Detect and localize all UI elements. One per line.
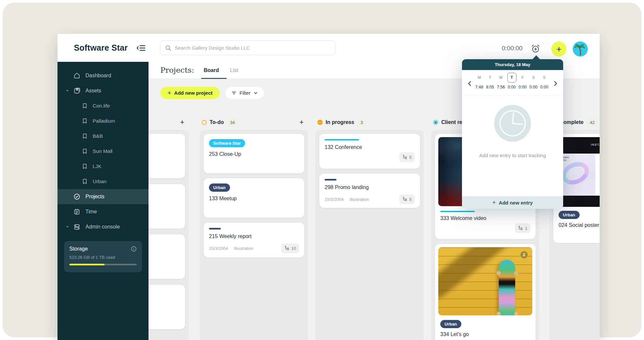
sidebar-item-conlife[interactable]: Con.life: [58, 98, 149, 113]
user-avatar[interactable]: [573, 41, 588, 57]
next-week-button[interactable]: [552, 80, 559, 87]
task-date: 15/3/2004: [325, 197, 344, 202]
project-tag: Urban: [440, 320, 461, 328]
plus-icon: +: [168, 89, 171, 97]
add-card-button[interactable]: +: [180, 118, 184, 127]
tracker-empty-text: Add new entry to start tracking: [478, 152, 547, 159]
sidebar-item-bb[interactable]: B&B: [58, 129, 149, 144]
chevron-down-icon[interactable]: [65, 89, 69, 93]
card-image-skateboard: 2: [438, 247, 532, 315]
previous-week-button[interactable]: [466, 80, 473, 87]
column-header-in-progress: In progress 3: [317, 117, 424, 128]
tab-list[interactable]: List: [230, 67, 238, 73]
task-title: 132 Conference: [325, 144, 415, 150]
column-todo: Software Star 253 Close-Up Urban 133 Mee…: [200, 130, 308, 340]
tracker-day[interactable]: T 8:05: [485, 73, 495, 89]
add-new-entry-button[interactable]: + Add new entry: [462, 196, 563, 209]
tracker-day[interactable]: S 0:00: [539, 73, 550, 89]
subtasks-badge: 1: [515, 223, 530, 233]
task-card[interactable]: 215 Weekly report 15/3/2004 Illustration…: [204, 223, 304, 257]
collapse-sidebar-icon: [136, 44, 146, 52]
tracker-day[interactable]: F 0:00: [517, 73, 528, 89]
sidebar-item-time[interactable]: Time: [58, 204, 149, 219]
time-tracker-popup: Thursday, 18 May M 7:48 T 8:05 W: [462, 59, 563, 209]
plus-icon: +: [556, 44, 561, 54]
task-date: 15/3/2004: [209, 246, 228, 251]
tracker-day-selected[interactable]: T 0:00: [506, 73, 517, 89]
subtasks-count: 5: [409, 197, 412, 202]
sidebar-item-admin-console[interactable]: Admin console: [58, 219, 149, 234]
search-input[interactable]: [175, 45, 335, 51]
skateboard-deck: [499, 260, 515, 315]
plus-icon: +: [493, 199, 496, 206]
tracker-date-header: Thursday, 18 May: [462, 59, 563, 70]
sidebar-item-projects[interactable]: Projects: [58, 189, 149, 204]
filter-button[interactable]: Filter: [225, 87, 264, 99]
top-bar: Software Star 0:00:00 +: [58, 34, 600, 62]
global-search: [160, 40, 336, 55]
time-tracker-button[interactable]: [531, 44, 540, 54]
sidebar-item-sun-mall[interactable]: Sun Mall: [58, 144, 149, 159]
sidebar-item-dashboard[interactable]: Dashboard: [58, 68, 149, 83]
task-card[interactable]: Urban 133 Meetup: [204, 178, 304, 218]
home-icon: [73, 72, 80, 79]
poster-brand-text: INSTA: [591, 143, 600, 146]
chevron-down-icon[interactable]: [65, 225, 69, 229]
clock-illustration: [493, 104, 532, 143]
sidebar-collapse-button[interactable]: [136, 44, 146, 52]
column-header-untitled: +: [149, 117, 189, 128]
empty-card[interactable]: [149, 134, 185, 178]
sidebar-item-ljk[interactable]: LJK: [58, 159, 149, 174]
task-card[interactable]: 2 Urban 334 Let's go: [435, 244, 536, 340]
tracker-day[interactable]: M 7:48: [474, 73, 485, 89]
subtasks-badge: 5: [399, 152, 415, 162]
bookmark-icon: [81, 148, 88, 155]
task-title: 024 Social posters: [559, 222, 600, 228]
bookmark-icon: [81, 118, 88, 124]
task-card[interactable]: 132 Conference 5: [319, 134, 420, 169]
column-header-todo: To-do 34 +: [202, 117, 308, 128]
sidebar: Dashboard Assets Con.life Palladium B&B: [58, 62, 149, 340]
timer-value: 0:00:00: [502, 45, 522, 52]
subtasks-count: 1: [525, 226, 527, 231]
subtasks-badge: 10: [281, 243, 299, 253]
tracker-week-row: M 7:48 T 8:05 W 7:56 T 0:00: [462, 70, 563, 95]
tracker-day[interactable]: S 0:00: [528, 73, 539, 89]
palm-avatar-image: [573, 41, 588, 57]
storage-progress-track: [69, 264, 137, 265]
empty-card[interactable]: [149, 184, 185, 229]
tracker-day[interactable]: W 7:56: [495, 73, 506, 89]
add-card-button[interactable]: +: [299, 118, 304, 127]
add-new-project-button[interactable]: + Add new project: [160, 87, 220, 99]
column-count-badge: 34: [227, 119, 238, 126]
subtasks-count: 5: [409, 155, 412, 160]
filter-icon: [231, 90, 237, 96]
sidebar-item-palladium[interactable]: Palladium: [58, 113, 149, 129]
task-title: 298 Promo landing: [325, 184, 415, 190]
sidebar-item-assets[interactable]: Assets: [58, 83, 149, 98]
project-tag-bar: [325, 179, 336, 181]
sidebar-item-urban[interactable]: Urban: [58, 174, 149, 189]
check-circle-icon: [73, 193, 80, 200]
task-card[interactable]: Software Star 253 Close-Up: [204, 134, 304, 173]
info-icon[interactable]: [131, 246, 137, 252]
empty-card[interactable]: [149, 285, 185, 329]
column-untitled: [149, 130, 189, 340]
bookmark-icon: [81, 103, 88, 109]
assets-icon: [73, 87, 80, 94]
task-title: 133 Meetup: [209, 196, 299, 202]
in-progress-status-icon: [317, 120, 323, 125]
poster-ring-graphic: [558, 158, 593, 188]
quick-add-button[interactable]: +: [551, 41, 566, 57]
divider: [462, 95, 563, 95]
app-logo: Software Star: [74, 43, 128, 53]
subtasks-badge: 5: [399, 194, 415, 204]
subtasks-icon: [402, 197, 407, 202]
task-title: 334 Let's go: [440, 331, 530, 337]
subtasks-count: 10: [291, 246, 296, 251]
empty-card[interactable]: [149, 234, 185, 279]
subtasks-icon: [518, 226, 523, 231]
task-card[interactable]: 298 Promo landing 15/3/2004 Illustration…: [319, 174, 420, 208]
column-in-progress: 132 Conference 5 298 Promo landing 15/3/…: [315, 130, 424, 340]
tab-board[interactable]: Board: [204, 67, 219, 73]
